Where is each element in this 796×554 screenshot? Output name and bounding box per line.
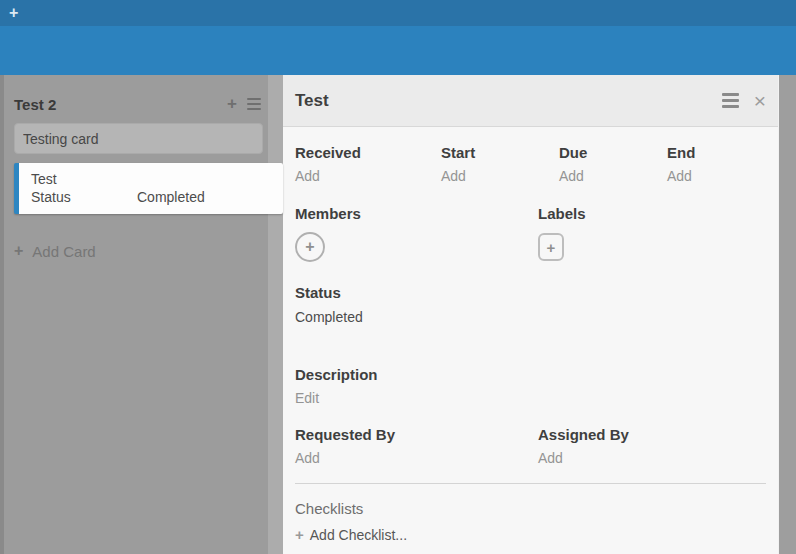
close-icon[interactable]: × — [754, 91, 766, 111]
start-label: Start — [441, 144, 559, 162]
card-detail-header: Test × — [283, 75, 778, 127]
members-label: Members — [295, 205, 538, 223]
card-detail-title[interactable]: Test — [295, 91, 722, 111]
received-add-link[interactable]: Add — [295, 168, 441, 185]
status-label: Status — [295, 284, 766, 302]
add-label-button[interactable]: + — [538, 233, 564, 261]
list-menu-icon[interactable] — [247, 95, 261, 113]
due-add-link[interactable]: Add — [559, 168, 667, 185]
board-canvas: Test 2 + Test Status Completed + Add Car… — [0, 75, 796, 554]
assigned-by-add-link[interactable]: Add — [538, 450, 766, 467]
date-received: Received Add — [295, 144, 441, 185]
card-compose-input[interactable] — [14, 123, 263, 154]
list-title[interactable]: Test 2 — [14, 96, 227, 113]
end-add-link[interactable]: Add — [667, 168, 766, 185]
minicard-field-label: Status — [31, 188, 137, 206]
add-member-button[interactable]: + — [295, 232, 325, 262]
labels-label: Labels — [538, 205, 766, 223]
status-section: Status Completed — [295, 284, 766, 326]
description-label: Description — [295, 366, 766, 384]
start-add-link[interactable]: Add — [441, 168, 559, 185]
card-menu-icon[interactable] — [722, 90, 739, 111]
minicard-field-row: Status Completed — [31, 188, 283, 206]
top-navbar: + — [0, 0, 796, 26]
members-labels-row: Members + Labels + — [295, 205, 766, 262]
requested-by-add-link[interactable]: Add — [295, 450, 538, 467]
due-label: Due — [559, 144, 667, 162]
date-end: End Add — [667, 144, 766, 185]
plus-icon: + — [14, 242, 23, 260]
list-test2: Test 2 + Test Status Completed + Add Car… — [4, 75, 268, 554]
add-checklist-button[interactable]: + Add Checklist... — [295, 526, 766, 543]
vertical-scrollbar[interactable] — [778, 75, 796, 554]
add-checklist-label: Add Checklist... — [310, 527, 407, 543]
add-card-button[interactable]: + Add Card — [14, 242, 268, 260]
app-window: + Test 2 + Test Status Completed + — [0, 0, 796, 554]
assigned-by-label: Assigned By — [538, 426, 766, 444]
labels-section: Labels + — [538, 205, 766, 262]
date-start: Start Add — [441, 144, 559, 185]
card-detail-panel: Test × Received Add Start Add Due — [283, 75, 778, 554]
status-value[interactable]: Completed — [295, 309, 766, 326]
minicard-test[interactable]: Test Status Completed — [14, 163, 283, 214]
checklists-label: Checklists — [295, 500, 766, 518]
date-due: Due Add — [559, 144, 667, 185]
dates-row: Received Add Start Add Due Add End Add — [295, 144, 766, 185]
board-header-bar — [0, 26, 796, 75]
requested-assigned-row: Requested By Add Assigned By Add — [295, 426, 766, 467]
add-board-icon[interactable]: + — [9, 4, 18, 22]
requested-by-label: Requested By — [295, 426, 538, 444]
minicard-field-value: Completed — [137, 188, 205, 206]
description-section: Description Edit — [295, 366, 766, 407]
received-label: Received — [295, 144, 441, 162]
list-header: Test 2 + — [4, 75, 268, 123]
plus-icon: + — [295, 526, 304, 543]
list-add-icon[interactable]: + — [227, 96, 237, 112]
members-section: Members + — [295, 205, 538, 262]
description-edit-link[interactable]: Edit — [295, 390, 766, 407]
minicard-title: Test — [31, 170, 283, 188]
requested-by-section: Requested By Add — [295, 426, 538, 467]
section-divider — [295, 483, 766, 484]
card-detail-body: Received Add Start Add Due Add End Add — [283, 127, 778, 554]
assigned-by-section: Assigned By Add — [538, 426, 766, 467]
end-label: End — [667, 144, 766, 162]
add-card-label: Add Card — [32, 243, 95, 260]
